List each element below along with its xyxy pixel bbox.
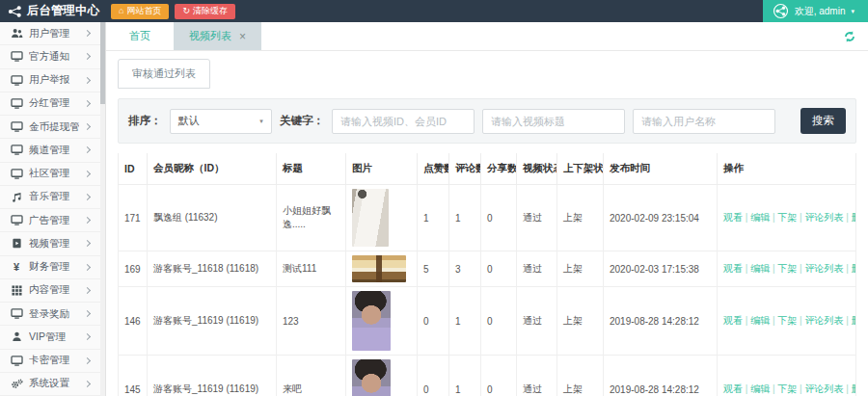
sidebar-scrollbar[interactable] [100,22,105,396]
action-link[interactable]: 评论列表 [804,212,843,223]
action-link[interactable]: 下架 [777,383,797,394]
cell-shares: 0 [481,251,517,287]
action-link[interactable]: 删除 [852,383,856,394]
monitor-icon [10,145,23,155]
sidebar-item-community[interactable]: 社区管理 [0,163,105,186]
video-thumbnail[interactable] [352,189,389,247]
sidebar-item-dividend[interactable]: 分红管理 [0,92,105,116]
action-link[interactable]: 观看 [723,263,743,274]
sidebar-scrollbar-thumb[interactable] [100,22,105,104]
video-thumbnail[interactable] [352,359,391,396]
video-title-input[interactable] [482,109,625,134]
cell-id: 169 [119,251,148,287]
action-link[interactable]: 下架 [777,212,797,223]
cell-likes: 1 [418,185,449,251]
tab-home[interactable]: 首页 [106,22,174,50]
subtab-approved-list[interactable]: 审核通过列表 [118,59,210,89]
cell-title: 测试111 [277,251,346,287]
sidebar-item-channel[interactable]: 频道管理 [0,139,105,162]
music-icon [10,192,23,202]
action-separator: | [843,212,851,223]
action-link[interactable]: 评论列表 [804,315,843,326]
action-link[interactable]: 观看 [723,212,743,223]
cell-video-status: 通过 [517,251,557,287]
action-link[interactable]: 删除 [852,212,856,223]
refresh-tabs-button[interactable] [831,22,868,50]
close-icon[interactable]: × [239,31,246,42]
tab-label: 视频列表 [189,29,231,43]
cell-member-nickname: 游客账号_11619 (11619) [148,356,277,396]
sidebar-item-label: 用户管理 [29,27,79,40]
user-name-input[interactable] [633,109,775,134]
chevron-right-icon [84,77,91,84]
sidebar-item-label: 视频管理 [29,237,79,251]
cell-video-status: 通过 [517,356,557,396]
action-link[interactable]: 评论列表 [804,383,843,394]
home-icon: ⌂ [119,7,123,15]
sidebar-item-label: 频道管理 [29,144,79,157]
cell-actions: 观看 | 编辑 | 下架 | 评论列表 | 删除 [718,251,856,287]
chevron-right-icon [84,310,91,317]
sidebar-item-users[interactable]: 用户管理 [0,22,105,45]
action-link[interactable]: 编辑 [750,212,770,223]
monitor-icon [10,308,23,319]
sidebar-item-user-reports[interactable]: 用户举报 [0,69,105,92]
col-likes: 点赞数 [418,153,449,185]
cell-publish-time: 2020-02-03 17:15:38 [604,251,718,287]
video-id-input[interactable] [332,109,475,134]
cell-shelf-status: 上架 [557,185,604,251]
action-link[interactable]: 编辑 [750,315,770,326]
monitor-icon [10,169,23,179]
video-thumbnail[interactable] [352,255,406,282]
table-row: 146 游客账号_11619 (11619) 123 0 1 0 通过 上架 2… [119,287,856,356]
action-link[interactable]: 评论列表 [804,263,843,274]
cell-shelf-status: 上架 [557,251,604,287]
col-shares: 分享数 [481,153,517,185]
action-link[interactable]: 编辑 [750,263,770,274]
cell-shelf-status: 上架 [557,356,604,396]
action-link[interactable]: 下架 [777,263,797,274]
user-menu[interactable]: 欢迎, admin ▾ [763,0,868,22]
sidebar-item-video[interactable]: 视频管理 [0,232,105,255]
chevron-right-icon [84,240,91,247]
col-id: ID [119,153,148,185]
filter-bar: 排序： 默认 ▾ 关键字： 搜索 [118,98,856,144]
action-link[interactable]: 观看 [723,315,743,326]
search-button[interactable]: 搜索 [800,108,846,134]
sort-select[interactable]: 默认 ▾ [170,109,272,134]
sidebar-item-card-key[interactable]: 卡密管理 [0,350,105,373]
cell-id: 145 [119,356,148,396]
sidebar-item-ads[interactable]: 广告管理 [0,209,105,232]
cell-member-nickname: 游客账号_11619 (11619) [148,287,277,356]
action-link[interactable]: 观看 [723,383,743,394]
cell-id: 171 [119,185,148,251]
sidebar-item-vip[interactable]: VIP管理 [0,326,105,349]
video-thumbnail[interactable] [352,291,391,351]
chevron-right-icon [84,171,91,177]
sidebar-item-label: VIP管理 [29,330,79,344]
sidebar-item-official-notice[interactable]: 官方通知 [0,45,105,68]
sidebar-item-login-reward[interactable]: 登录奖励 [0,303,105,326]
admin-app: 后台管理中心 ⌂ 网站首页 ↻ 清除缓存 欢迎, admin ▾ [0,0,868,396]
table-row: 171 飘逸组 (11632) 小姐姐好飘逸..... 1 1 0 通过 上架 … [119,185,856,251]
sidebar-item-system-settings[interactable]: 系统设置 [0,373,105,396]
site-home-button[interactable]: ⌂ 网站首页 [111,4,169,19]
sidebar-item-coin-withdrawal[interactable]: 金币提现管理 [0,116,105,139]
action-link[interactable]: 删除 [852,315,856,326]
welcome-text: 欢迎, admin [795,5,846,18]
clear-cache-button[interactable]: ↻ 清除缓存 [175,4,235,19]
sidebar-item-content[interactable]: 内容管理 [0,279,105,303]
chevron-right-icon [84,381,91,387]
chevron-right-icon [84,217,91,224]
tab-label: 首页 [129,29,150,43]
sidebar-item-finance[interactable]: ¥ 财务管理 [0,256,105,279]
tab-video-list[interactable]: 视频列表 × [174,22,261,50]
sidebar-item-music[interactable]: 音乐管理 [0,186,105,209]
avatar-globe-icon [773,3,789,19]
action-link[interactable]: 删除 [852,263,856,274]
action-separator: | [843,315,851,326]
cell-member-nickname: 游客账号_11618 (11618) [148,251,277,287]
action-link[interactable]: 下架 [777,315,797,326]
sidebar-item-label: 内容管理 [29,283,79,297]
action-link[interactable]: 编辑 [750,383,770,394]
